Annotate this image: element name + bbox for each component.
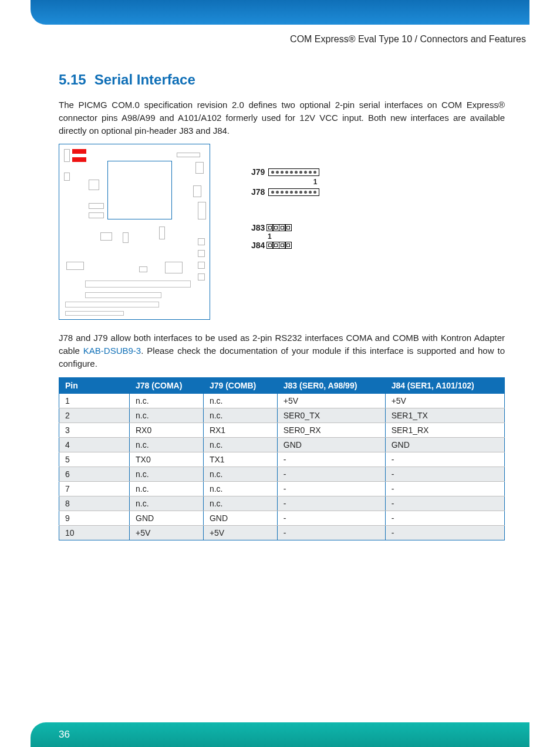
table-cell: -: [385, 525, 504, 540]
footer-banner: 36: [31, 722, 529, 747]
table-cell: GND: [385, 437, 504, 452]
table-cell: n.c.: [203, 467, 277, 481]
table-cell: n.c.: [203, 496, 277, 511]
top-banner: [31, 0, 529, 25]
table-row: 2n.c.n.c.SER0_TXSER1_TX: [59, 408, 505, 422]
label-j83: J83: [251, 223, 265, 232]
table-cell: -: [277, 467, 385, 481]
page-number: 36: [59, 729, 70, 741]
table-cell: -: [277, 496, 385, 511]
th-j78: J78 (COMA): [130, 377, 204, 393]
table-cell: RX0: [130, 422, 204, 437]
table-row: 9GNDGND--: [59, 511, 505, 525]
table-cell: SER1_RX: [385, 422, 504, 437]
table-row: 6n.c.n.c.--: [59, 467, 505, 481]
j84-header-icon: [267, 242, 292, 249]
table-cell: RX1: [203, 422, 277, 437]
table-cell: n.c.: [130, 467, 204, 481]
table-row: 10+5V+5V--: [59, 525, 505, 540]
table-cell: 1: [59, 393, 130, 408]
connector-callouts: J79 1 J78 J83: [251, 144, 319, 250]
table-cell: TX1: [203, 452, 277, 467]
table-cell: -: [385, 511, 504, 525]
table-cell: -: [385, 452, 504, 467]
j83-header-icon: [267, 224, 292, 231]
table-cell: 7: [59, 481, 130, 496]
table-cell: 2: [59, 408, 130, 422]
table-cell: +5V: [130, 525, 204, 540]
table-cell: -: [385, 467, 504, 481]
table-cell: GND: [277, 437, 385, 452]
table-cell: 3: [59, 422, 130, 437]
table-cell: n.c.: [130, 437, 204, 452]
kab-dsub9-3-link[interactable]: KAB-DSUB9-3: [83, 346, 141, 356]
th-j79: J79 (COMB): [203, 377, 277, 393]
table-cell: -: [385, 496, 504, 511]
table-cell: +5V: [277, 393, 385, 408]
breadcrumb: COM Express® Eval Type 10 / Connectors a…: [290, 34, 526, 45]
table-cell: n.c.: [203, 481, 277, 496]
table-cell: 8: [59, 496, 130, 511]
section-heading: 5.15Serial Interface: [59, 72, 505, 88]
table-cell: 5: [59, 452, 130, 467]
table-cell: n.c.: [203, 437, 277, 452]
table-row: 8n.c.n.c.--: [59, 496, 505, 511]
paragraph-adapter: J78 and J79 allow both interfaces to be …: [59, 332, 505, 370]
table-cell: -: [277, 511, 385, 525]
table-cell: -: [277, 525, 385, 540]
table-cell: GND: [203, 511, 277, 525]
table-row: 5TX0TX1--: [59, 452, 505, 467]
table-cell: +5V: [203, 525, 277, 540]
content-area: 5.15Serial Interface The PICMG COM.0 spe…: [59, 72, 505, 540]
table-cell: n.c.: [130, 481, 204, 496]
pin1-label-bottom: 1: [268, 232, 319, 241]
label-j78: J78: [251, 187, 265, 197]
table-header-row: Pin J78 (COMA) J79 (COMB) J83 (SER0, A98…: [59, 377, 505, 393]
diagram-row: J79 1 J78 J83: [59, 144, 505, 320]
table-cell: 4: [59, 437, 130, 452]
th-j83: J83 (SER0, A98/99): [277, 377, 385, 393]
label-j84: J84: [251, 241, 265, 250]
table-cell: -: [277, 481, 385, 496]
table-cell: TX0: [130, 452, 204, 467]
table-row: 7n.c.n.c.--: [59, 481, 505, 496]
table-cell: n.c.: [130, 408, 204, 422]
table-row: 3RX0RX1SER0_RXSER1_RX: [59, 422, 505, 437]
table-cell: n.c.: [130, 496, 204, 511]
section-number: 5.15: [59, 72, 86, 88]
th-pin: Pin: [59, 377, 130, 393]
pin1-label-top: 1: [313, 178, 318, 186]
table-cell: n.c.: [130, 393, 204, 408]
table-cell: 10: [59, 525, 130, 540]
j79-header-icon: [268, 168, 319, 176]
table-cell: 6: [59, 467, 130, 481]
table-cell: SER1_TX: [385, 408, 504, 422]
table-cell: n.c.: [203, 393, 277, 408]
table-cell: SER0_TX: [277, 408, 385, 422]
label-j79: J79: [251, 167, 265, 177]
section-title: Serial Interface: [95, 72, 195, 87]
table-cell: SER0_RX: [277, 422, 385, 437]
table-cell: 9: [59, 511, 130, 525]
th-j84: J84 (SER1, A101/102): [385, 377, 504, 393]
pin-table: Pin J78 (COMA) J79 (COMB) J83 (SER0, A98…: [59, 377, 505, 540]
table-cell: -: [385, 481, 504, 496]
j78-header-icon: [268, 188, 319, 196]
paragraph-intro: The PICMG COM.0 specification revision 2…: [59, 99, 505, 137]
board-diagram: [59, 144, 210, 320]
table-row: 4n.c.n.c.GNDGND: [59, 437, 505, 452]
table-cell: -: [277, 452, 385, 467]
table-cell: n.c.: [203, 408, 277, 422]
table-cell: +5V: [385, 393, 504, 408]
table-cell: GND: [130, 511, 204, 525]
table-row: 1n.c.n.c.+5V+5V: [59, 393, 505, 408]
